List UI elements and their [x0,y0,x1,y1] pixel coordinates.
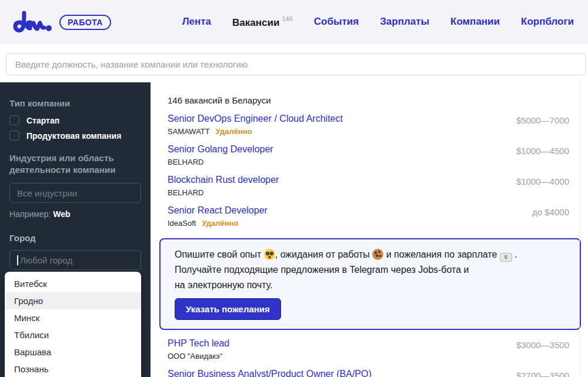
money-banknote-emoji [500,253,512,262]
city-dropdown-item[interactable]: Гродно [5,292,141,309]
industry-hint-label: Например: [9,209,51,219]
text-caret [17,255,18,265]
job-info: Senior React DeveloperIdeaSoftУдалённо [168,205,268,228]
nav-item-4[interactable]: Зарплаты [380,16,429,28]
results-title: 146 вакансий в Беларуси [168,95,569,105]
nav-item-2[interactable]: Вакансии146 [232,16,293,29]
company-type-label: Тип компании [9,98,141,109]
job-salary: $2700—3500 [516,369,569,377]
city-placeholder: Любой город [20,255,72,265]
job-company: IdeaSoft [168,219,196,228]
nav-item-label: Корпблоги [521,16,574,27]
dev-logo[interactable]: РАБОТА [12,9,111,36]
job-company: ООО "Авидакэ" [168,352,222,361]
industry-hint: Например:Web [9,209,141,219]
dev-script-icon [12,9,54,36]
job-info: PHP Tech leadООО "Авидакэ" [168,338,229,361]
nav-item-count: 146 [282,15,292,22]
checkbox[interactable] [9,115,19,125]
nav-item-1[interactable]: Лента [182,16,211,28]
search-input[interactable] [6,53,586,75]
city-dropdown-item[interactable]: Варшава [5,343,141,361]
job-info: Blockchain Rust developerBELHARD [168,175,279,197]
job-company: SAMAWATT [168,127,210,136]
search-bar [0,44,588,82]
logo-rabota-badge: РАБОТА [59,15,111,30]
job-salary: $3000—3500 [516,338,569,350]
set-preferences-button[interactable]: Указать пожелания [175,298,281,320]
company-type-section: Тип компании СтартапПродуктовая компания [9,98,141,141]
nerd-face-emoji [264,249,275,260]
nav-item-3[interactable]: События [314,16,359,28]
nav-item-label: Вакансии [232,16,279,28]
banner-text-segment: . [512,249,517,259]
city-box: Любой город ВитебскГродноМинскТбилисиВар… [9,250,141,270]
nav-item-6[interactable]: Корпблоги [521,16,574,28]
banner-text-segment: Опишите свой опыт [175,249,264,259]
industry-input[interactable] [9,183,141,203]
job-salary: $1000—4000 [516,175,569,186]
job-row: Senior Golang DeveloperBELHARD$1000—4500 [168,144,569,166]
job-remote-badge: Удалённо [202,219,238,228]
city-dropdown: ВитебскГродноМинскТбилисиВаршаваПознань [5,272,141,377]
jobs-list-top: Senior DevOps Engineer / Cloud Architect… [168,114,569,228]
city-dropdown-item[interactable]: Минск [5,309,141,326]
industry-section: Индустрия или область деятельности компа… [9,152,141,219]
city-section: Город Любой город ВитебскГродноМинскТбил… [9,232,141,270]
checkbox-label: Продуктовая компания [26,131,121,141]
city-dropdown-item[interactable]: Познань [5,361,141,377]
job-meta: SAMAWATTУдалённо [168,127,343,136]
nav-item-label: События [314,16,359,27]
job-meta: BELHARD [168,188,279,197]
job-row: Senior DevOps Engineer / Cloud Architect… [168,114,569,136]
job-salary: $1000—4500 [516,144,569,156]
checkbox[interactable] [9,131,19,141]
job-title-link[interactable]: Senior Golang Developer [168,144,273,155]
job-meta: IdeaSoftУдалённо [168,219,268,228]
nav-item-label: Лента [182,16,211,27]
job-info: Senior DevOps Engineer / Cloud Architect… [168,114,343,136]
industry-label: Индустрия или область деятельности компа… [9,152,141,176]
nav-item-label: Компании [450,16,500,27]
checkbox-label: Стартап [26,116,59,125]
filters-sidebar: Тип компании СтартапПродуктовая компания… [0,82,151,377]
banner-text-segment: , ожидания от работы [275,249,372,259]
job-info: Senior Business Analyst/Product Owner (B… [168,369,372,377]
job-row: PHP Tech leadООО "Авидакэ"$3000—3500 [168,338,569,361]
job-title-link[interactable]: Blockchain Rust developer [168,175,279,185]
content-layout: Тип компании СтартапПродуктовая компания… [0,82,588,377]
company-type-option[interactable]: Продуктовая компания [9,131,141,141]
job-meta: ООО "Авидакэ" [168,352,229,361]
job-title-link[interactable]: Senior React Developer [168,205,268,216]
job-meta: BELHARD [168,158,273,166]
industry-hint-value: Web [53,209,70,219]
nav-item-5[interactable]: Компании [450,16,500,28]
city-input[interactable]: Любой город [9,250,141,270]
job-title-link[interactable]: Senior DevOps Engineer / Cloud Architect [168,114,343,124]
job-row: Senior Business Analyst/Product Owner (B… [168,369,569,377]
job-info: Senior Golang DeveloperBELHARD [168,144,273,166]
job-row: Blockchain Rust developerBELHARD$1000—40… [168,175,569,197]
job-title-link[interactable]: PHP Tech lead [168,338,229,349]
city-dropdown-item[interactable]: Тбилиси [5,326,141,343]
job-row: Senior React DeveloperIdeaSoftУдалённодо… [168,205,569,228]
job-salary: до $4000 [532,205,569,217]
header: РАБОТА ЛентаВакансии146СобытияЗарплатыКо… [0,0,588,44]
job-remote-badge: Удалённо [216,127,252,136]
main-nav: ЛентаВакансии146СобытияЗарплатыКомпанииК… [182,16,574,29]
job-salary: $5000—7000 [516,114,569,125]
job-title-link[interactable]: Senior Business Analyst/Product Owner (B… [168,369,372,377]
job-company: BELHARD [168,158,203,166]
job-company: BELHARD [168,188,203,197]
company-type-option[interactable]: Стартап [9,115,141,125]
city-dropdown-item[interactable]: Витебск [5,275,141,292]
nav-item-label: Зарплаты [380,16,429,27]
banner-text-segment: и пожелания по зарплате [383,249,500,259]
vacancies-main: 146 вакансий в Беларуси Senior DevOps En… [151,82,588,377]
banner-line-3: на электронную почту. [175,278,566,293]
cookie-emoji [372,249,383,260]
content-right-divider [579,82,580,377]
banner-line-1: Опишите свой опыт , ожидания от работы и… [175,247,566,262]
jobs-bot-banner: Опишите свой опыт , ожидания от работы и… [159,238,581,330]
city-label: Город [9,232,141,244]
